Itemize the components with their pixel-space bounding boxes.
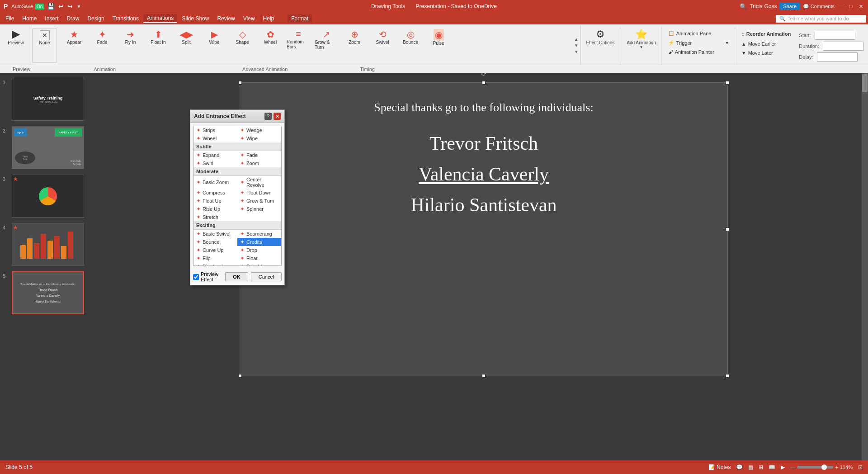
anim-appear[interactable]: ★ Appear <box>61 28 88 63</box>
handle-mr[interactable] <box>726 228 729 231</box>
menu-design[interactable]: Design <box>84 14 108 23</box>
effect-stretch[interactable]: ✦ Stretch <box>193 213 237 221</box>
dialog-close-button[interactable]: ✕ <box>274 113 281 120</box>
view-normal-button[interactable]: ▦ <box>748 464 753 470</box>
zoom-in-button[interactable]: + <box>835 465 838 470</box>
anim-swivel[interactable]: ⟲ Swivel <box>369 28 396 63</box>
effect-wedge[interactable]: ✦ Wedge <box>237 126 281 134</box>
ok-button[interactable]: OK <box>225 272 248 281</box>
anim-fade[interactable]: ✦ Fade <box>89 28 116 63</box>
close-button[interactable]: ✕ <box>857 3 864 10</box>
slide-image-3[interactable]: ★ <box>12 175 84 218</box>
handle-tl[interactable] <box>238 81 242 85</box>
anim-bounce[interactable]: ◎ Bounce <box>397 28 424 63</box>
rotation-handle[interactable]: ⟳ <box>481 73 487 78</box>
handle-br[interactable] <box>726 374 729 378</box>
none-button[interactable]: ✕ None <box>32 28 57 63</box>
autosave-toggle[interactable]: AutoSave <box>11 4 33 9</box>
preview-effect-checkbox[interactable] <box>193 274 199 280</box>
zoom-out-button[interactable]: — <box>790 465 795 470</box>
menu-animations[interactable]: Animations <box>143 14 177 23</box>
dialog-help-button[interactable]: ? <box>264 113 272 120</box>
start-input[interactable] <box>815 31 855 40</box>
menu-slideshow[interactable]: Slide Show <box>178 14 212 23</box>
handle-bl[interactable] <box>238 374 242 378</box>
view-slideshow-button[interactable]: ▶ <box>781 464 785 470</box>
menu-file[interactable]: File <box>2 14 18 23</box>
add-animation-button[interactable]: ⭐ Add Animation ▼ <box>624 27 659 51</box>
effect-float[interactable]: ✦ Float <box>237 254 281 262</box>
anim-wheel[interactable]: ✿ Wheel <box>257 28 284 63</box>
more-commands-button[interactable]: ▼ <box>75 4 82 9</box>
slide-thumb-5[interactable]: 5 Special thanks go to the following ind… <box>2 270 98 315</box>
cancel-button[interactable]: Cancel <box>251 272 282 281</box>
anim-fly-in[interactable]: ➜ Fly In <box>117 28 144 63</box>
search-input[interactable]: 🔍 Tell me what you want to do <box>776 15 866 23</box>
effect-strips[interactable]: ✦ Strips <box>193 126 237 134</box>
zoom-slider[interactable] <box>797 466 833 469</box>
slide-name-3[interactable]: Hilario Santistevan <box>240 190 727 220</box>
slide-name-2[interactable]: Valencia Caverly <box>240 159 727 190</box>
anim-pulse[interactable]: ◉ Pulse <box>425 28 452 63</box>
anim-zoom[interactable]: ⊕ Zoom <box>341 28 368 63</box>
slide-thumb-4[interactable]: 4 ★ <box>2 222 98 267</box>
handle-bm[interactable] <box>482 374 486 378</box>
move-later-button[interactable]: ▼ Move Later <box>739 49 794 57</box>
effect-drop[interactable]: ✦ Drop <box>237 246 281 254</box>
animation-painter-button[interactable]: 🖌 Animation Painter <box>665 48 732 56</box>
handle-tm[interactable] <box>482 81 486 85</box>
slide-thumb-2[interactable]: 2 Sign In SAFETY FIRST ThinkSafe Work Sa… <box>2 125 98 170</box>
effect-expand[interactable]: ✦ Expand <box>193 151 237 159</box>
slide-image-1[interactable]: Safety Training FABRIZIA, LLC <box>12 78 84 121</box>
menu-draw[interactable]: Draw <box>63 14 83 23</box>
menu-help[interactable]: Help <box>259 14 278 23</box>
handle-tr[interactable] <box>726 81 729 85</box>
preview-effect-checkbox-label[interactable]: Preview Effect <box>193 271 222 282</box>
menu-home[interactable]: Home <box>19 14 40 23</box>
reorder-animation-button[interactable]: ↕ Reorder Animation <box>739 29 794 39</box>
search-icon[interactable]: 🔍 <box>740 3 747 10</box>
comments-button[interactable]: 💬 Comments <box>803 4 835 9</box>
effect-boomerang[interactable]: ✦ Boomerang <box>237 230 281 238</box>
autosave-status[interactable]: On <box>35 4 44 9</box>
menu-review[interactable]: Review <box>213 14 238 23</box>
anim-float-in[interactable]: ⬆ Float In <box>145 28 172 63</box>
effect-swirl[interactable]: ✦ Swirl <box>193 159 237 167</box>
anim-wipe[interactable]: ▶ Wipe <box>201 28 228 63</box>
effect-center-revolve[interactable]: ✦ Center Revolve <box>237 176 281 189</box>
share-button[interactable]: Share <box>779 3 800 10</box>
effect-grow-turn[interactable]: ✦ Grow & Turn <box>237 197 281 205</box>
effect-fade[interactable]: ✦ Fade <box>237 151 281 159</box>
slide-name-1[interactable]: Trevor Fritsch <box>240 123 727 159</box>
menu-format[interactable]: Format <box>288 14 312 23</box>
view-slide-sorter-button[interactable]: ⊞ <box>759 464 763 470</box>
slide-image-4[interactable]: ★ <box>12 223 84 266</box>
effect-curve-up[interactable]: ✦ Curve Up <box>193 246 237 254</box>
effect-spinner[interactable]: ✦ Spinner <box>237 205 281 213</box>
animation-pane-button[interactable]: 📋 Animation Pane <box>665 29 732 38</box>
effect-float-up[interactable]: ✦ Float Up <box>193 197 237 205</box>
effect-float-down[interactable]: ✦ Float Down <box>237 189 281 197</box>
effect-credits[interactable]: ✦ Credits <box>237 238 281 246</box>
effect-wipe[interactable]: ✦ Wipe <box>237 134 281 142</box>
trigger-button[interactable]: ⚡ Trigger ▼ <box>665 38 732 47</box>
dialog-scroll[interactable]: ✦ Strips ✦ Wedge ✦ Wheel ✦ <box>193 126 282 266</box>
slide-image-5[interactable]: Special thanks go to the following indiv… <box>12 271 84 314</box>
anim-shape[interactable]: ◇ Shape <box>229 28 256 63</box>
ribbon-scroll-arrows[interactable]: ▲ ▼ ▼ <box>573 26 580 65</box>
comments-status-button[interactable]: 💬 <box>736 464 743 470</box>
slide-image-2[interactable]: Sign In SAFETY FIRST ThinkSafe Work Safe… <box>12 126 84 169</box>
menu-transitions[interactable]: Transitions <box>109 14 142 23</box>
slide-canvas[interactable]: ⟳ Special thanks go to the following ind… <box>240 82 728 376</box>
anim-split[interactable]: ◀▶ Split <box>173 28 200 63</box>
effect-rise-up[interactable]: ✦ Rise Up <box>193 205 237 213</box>
anim-grow-turn[interactable]: ↗ Grow & Turn <box>313 28 340 63</box>
duration-input[interactable] <box>823 42 863 51</box>
effect-spiral-in[interactable]: ✦ Spiral In <box>237 262 281 266</box>
effect-basic-zoom[interactable]: ✦ Basic Zoom <box>193 176 237 189</box>
notes-button[interactable]: 📝 Notes <box>708 464 731 470</box>
effect-pinwheel[interactable]: ✦ Pinwheel <box>193 262 237 266</box>
effect-wheel[interactable]: ✦ Wheel <box>193 134 237 142</box>
fit-button[interactable]: ⊡ <box>858 464 863 470</box>
move-earlier-button[interactable]: ▲ Move Earlier <box>739 40 794 48</box>
